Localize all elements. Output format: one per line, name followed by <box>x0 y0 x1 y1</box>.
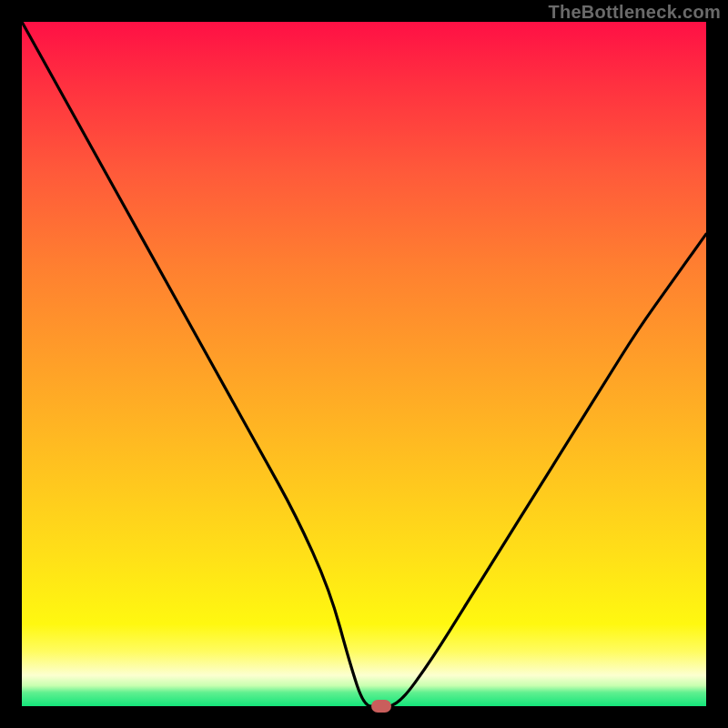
plot-area <box>22 22 706 706</box>
optimum-marker <box>371 700 391 713</box>
chart-frame: TheBottleneck.com <box>0 0 728 728</box>
watermark-text: TheBottleneck.com <box>548 2 721 23</box>
bottleneck-curve <box>22 22 706 706</box>
